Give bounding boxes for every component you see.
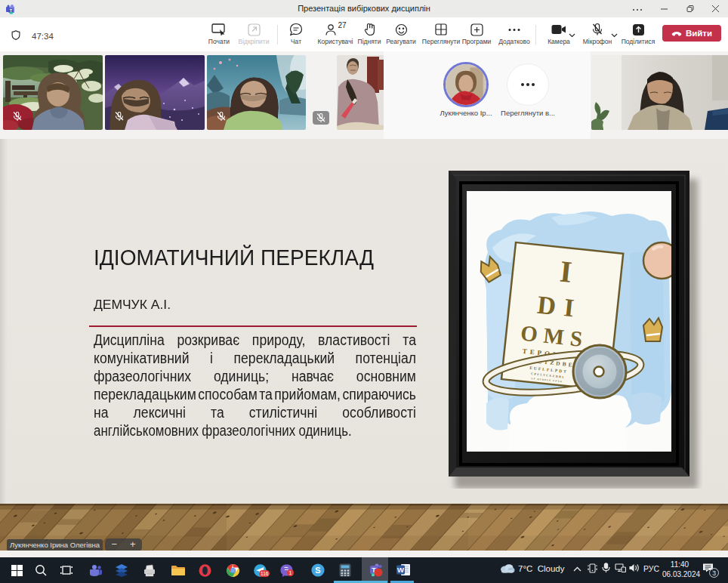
svg-text:DI: DI bbox=[536, 291, 584, 323]
svg-text:S: S bbox=[315, 566, 320, 575]
svg-text:W: W bbox=[397, 566, 404, 574]
svg-text:C: C bbox=[372, 573, 375, 577]
